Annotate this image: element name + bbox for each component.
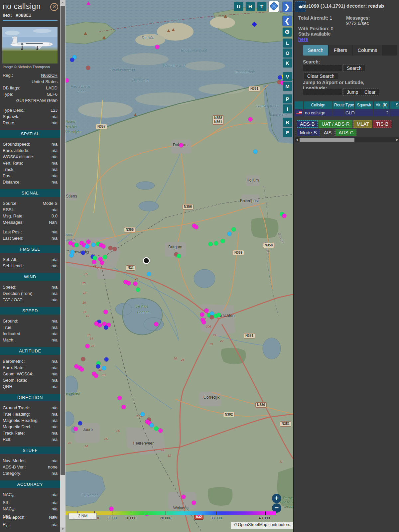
- jump-input[interactable]: [303, 89, 343, 95]
- search-input[interactable]: [303, 65, 343, 71]
- column-header-altft[interactable]: Alt. (ft): [374, 101, 389, 109]
- filter-button-mode-s[interactable]: Mode-S: [297, 129, 320, 136]
- row-value-link[interactable]: N662CH: [41, 72, 58, 78]
- map-button-i[interactable]: I: [283, 104, 292, 113]
- tab-filters[interactable]: Filters: [329, 45, 352, 56]
- aircraft-history-dot[interactable]: [232, 227, 236, 232]
- aircraft-history-dot[interactable]: [154, 427, 159, 431]
- scroll-left-icon[interactable]: ◀: [295, 137, 299, 142]
- aircraft-history-dot[interactable]: [81, 357, 85, 361]
- aircraft-history-dot[interactable]: [100, 261, 104, 265]
- aircraft-photo[interactable]: [2, 27, 58, 64]
- map-button-h[interactable]: H: [246, 2, 255, 11]
- aircraft-history-dot[interactable]: [122, 405, 126, 409]
- aircraft-history-dot[interactable]: [253, 150, 258, 154]
- zoom-in-button[interactable]: +: [272, 494, 281, 503]
- aircraft-history-dot[interactable]: [101, 244, 106, 249]
- aircraft-history-dot[interactable]: [104, 310, 108, 314]
- aircraft-history-dot[interactable]: [109, 507, 114, 511]
- filter-button-mlat[interactable]: MLAT: [353, 120, 372, 128]
- scroll-down-icon[interactable]: ▼: [60, 527, 66, 532]
- aircraft-history-dot[interactable]: [192, 501, 196, 505]
- map[interactable]: FryslânDe HônEngelsmanplaatWierumerwadAm…: [66, 0, 293, 532]
- aircraft-history-dot[interactable]: [102, 366, 106, 370]
- clear-search-button[interactable]: Clear Search: [304, 72, 338, 80]
- map-button-r[interactable]: R: [283, 118, 292, 127]
- tar1090-link[interactable]: tar1090: [302, 3, 319, 9]
- clear-jump-button[interactable]: Clear: [361, 88, 379, 96]
- aircraft-history-dot[interactable]: [127, 281, 131, 286]
- gear-icon[interactable]: ⚙: [283, 28, 292, 37]
- aircraft-history-dot[interactable]: [147, 272, 151, 276]
- aircraft-history-dot[interactable]: [85, 244, 89, 249]
- aircraft-history-dot[interactable]: [74, 243, 79, 247]
- scroll-up-icon[interactable]: ▲: [60, 0, 66, 5]
- map-button-f[interactable]: F: [283, 128, 292, 137]
- filter-button-uat-ads-r[interactable]: UAT / ADS-R: [319, 120, 352, 128]
- tab-search[interactable]: Search: [303, 45, 328, 56]
- aircraft-history-dot[interactable]: [70, 58, 74, 62]
- aircraft-history-dot[interactable]: [133, 282, 138, 286]
- aircraft-history-dot[interactable]: [74, 427, 78, 431]
- aircraft-history-dot[interactable]: [104, 326, 108, 330]
- aircraft-history-dot[interactable]: [278, 75, 282, 80]
- close-icon[interactable]: ✕: [50, 3, 58, 11]
- aircraft-history-dot[interactable]: [194, 225, 199, 229]
- aircraft-history-dot[interactable]: [113, 247, 117, 251]
- aircraft-history-dot[interactable]: [81, 251, 85, 255]
- sidebar-scrollbar[interactable]: ▲ ▼: [60, 0, 66, 532]
- aircraft-history-dot[interactable]: [86, 1, 91, 5]
- aircraft-history-dot[interactable]: [104, 357, 109, 362]
- aircraft-history-dot[interactable]: [80, 367, 84, 372]
- map-button-p[interactable]: P: [283, 94, 292, 103]
- selected-aircraft-marker[interactable]: [143, 257, 150, 264]
- map-button-u[interactable]: U: [234, 2, 243, 11]
- aircraft-history-dot[interactable]: [221, 239, 225, 243]
- column-header-flag[interactable]: [295, 101, 303, 109]
- aircraft-history-dot[interactable]: [182, 495, 186, 499]
- aircraft-history-dot[interactable]: [248, 117, 253, 122]
- column-header-s[interactable]: S: [390, 101, 399, 109]
- scroll-right-icon[interactable]: ▶: [395, 137, 399, 142]
- map-button-o[interactable]: O: [283, 49, 292, 58]
- filter-button-ads-c[interactable]: ADS-C: [335, 129, 356, 136]
- aircraft-history-dot[interactable]: [91, 243, 96, 247]
- aircraft-table-row[interactable]: no callsignGLF6?: [295, 109, 399, 116]
- aircraft-history-dot[interactable]: [85, 344, 90, 348]
- aircraft-history-dot[interactable]: [103, 255, 107, 259]
- aircraft-history-dot[interactable]: [86, 240, 91, 244]
- table-horizontal-scrollbar[interactable]: ◀ ▶: [295, 137, 399, 142]
- column-header-squawk[interactable]: Squawk: [355, 101, 373, 109]
- cell-callsign[interactable]: no callsign: [304, 109, 332, 116]
- tab-columns[interactable]: Columns: [353, 45, 382, 56]
- hscrollbar-thumb[interactable]: [300, 138, 354, 142]
- aircraft-history-dot[interactable]: [98, 323, 102, 328]
- aircraft-history-dot[interactable]: [70, 250, 75, 254]
- aircraft-history-dot[interactable]: [150, 423, 154, 428]
- aircraft-history-dot[interactable]: [217, 313, 221, 317]
- map-button-t[interactable]: T: [257, 2, 266, 11]
- aircraft-history-dot[interactable]: [96, 364, 100, 369]
- map-button-m[interactable]: M: [283, 82, 292, 91]
- filter-button-ais[interactable]: AIS: [321, 129, 334, 136]
- aircraft-history-dot[interactable]: [214, 241, 218, 246]
- aircraft-history-dot[interactable]: [154, 322, 159, 327]
- aircraft-history-dot[interactable]: [93, 256, 97, 260]
- aircraft-history-dot[interactable]: [92, 260, 96, 264]
- map-button-k[interactable]: K: [283, 59, 292, 67]
- row-value-link[interactable]: LADD: [46, 85, 58, 91]
- aircraft-history-dot[interactable]: [227, 232, 232, 236]
- aircraft-history-dot[interactable]: [136, 288, 140, 292]
- aircraft-history-dot[interactable]: [177, 254, 181, 258]
- scrollbar-thumb[interactable]: [61, 6, 65, 475]
- aircraft-history-dot[interactable]: [94, 374, 98, 378]
- layers-button[interactable]: [269, 1, 279, 12]
- column-header-type[interactable]: Type: [344, 101, 354, 109]
- aircraft-history-dot[interactable]: [118, 396, 122, 400]
- aircraft-history-dot[interactable]: [108, 246, 113, 250]
- column-header-route[interactable]: Route: [333, 101, 344, 109]
- stats-here-link[interactable]: here: [298, 37, 308, 42]
- filter-button-tis-b[interactable]: TIS-B: [373, 120, 391, 128]
- map-button-l[interactable]: L: [283, 39, 292, 48]
- aircraft-history-dot[interactable]: [202, 320, 206, 325]
